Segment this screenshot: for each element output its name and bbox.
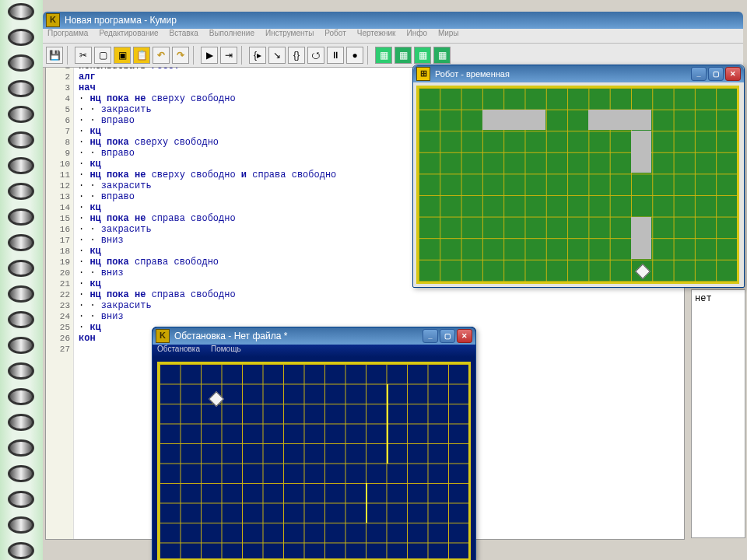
step-out-icon[interactable]: {}: [288, 47, 305, 64]
grid3-icon[interactable]: ▦: [414, 47, 431, 64]
notebook-binding: [0, 0, 43, 560]
menu-Программа[interactable]: Программа: [47, 29, 88, 43]
obst-titlebar[interactable]: K Обстановка - Нет файла * _ ▢ ✕: [153, 327, 475, 345]
copy-icon[interactable]: ▣: [114, 47, 131, 64]
step-into-icon[interactable]: ↘: [268, 47, 286, 64]
output-panel: нет: [691, 289, 745, 538]
obstanovka-window[interactable]: K Обстановка - Нет файла * _ ▢ ✕ Обстано…: [152, 327, 476, 560]
obst-maximize-icon[interactable]: ▢: [440, 329, 455, 343]
grid4-icon[interactable]: ▦: [433, 47, 451, 64]
menu-Инструменты[interactable]: Инструменты: [265, 29, 314, 43]
cut-icon[interactable]: ✂: [75, 47, 92, 64]
robot-wall: [631, 217, 651, 259]
robot-window[interactable]: ⊞ Робот - временная _ ▢ ✕: [412, 65, 745, 288]
robot-wall: [588, 110, 651, 131]
obst-title: Обстановка - Нет файла *: [174, 331, 287, 341]
main-titlebar: K Новая программа - Кумир: [43, 12, 743, 29]
obst-minimize-icon[interactable]: _: [423, 329, 438, 343]
menu-Редактирование[interactable]: Редактирование: [99, 29, 158, 43]
robot-wall: [631, 131, 651, 173]
menu-Выполнение[interactable]: Выполнение: [209, 29, 254, 43]
robot-wall: [482, 110, 545, 131]
menu-Вставка[interactable]: Вставка: [170, 29, 198, 43]
redo-icon[interactable]: ↷: [172, 47, 189, 64]
obst-menubar[interactable]: ОбстановкаПомощь: [153, 345, 475, 357]
run-icon[interactable]: ▶: [201, 47, 218, 64]
main-window: K Новая программа - Кумир ПрограммаРедак…: [43, 12, 743, 55]
line-gutter: 1234567891011121314151617181920212223242…: [46, 61, 74, 539]
minimize-icon[interactable]: _: [691, 67, 707, 81]
main-title: Новая программа - Кумир: [65, 15, 177, 26]
step-icon[interactable]: ⇥: [220, 47, 237, 64]
robot-grid: [419, 88, 737, 282]
robot-field[interactable]: [416, 86, 739, 284]
pause-icon[interactable]: ⏸: [327, 47, 344, 64]
step-over-icon[interactable]: {▸: [249, 47, 266, 64]
app-icon: K: [46, 13, 60, 27]
obst-grid: [160, 364, 468, 558]
menu-Миры[interactable]: Миры: [438, 29, 459, 43]
maximize-icon[interactable]: ▢: [708, 67, 724, 81]
code-area[interactable]: использовать Роботалгнач· нц пока не све…: [79, 61, 336, 355]
menu-Робот[interactable]: Робот: [324, 29, 345, 43]
new-icon[interactable]: ▢: [94, 47, 111, 64]
menu-Инфо[interactable]: Инфо: [406, 29, 427, 43]
obst-wall: [366, 483, 367, 523]
menubar[interactable]: ПрограммаРедактированиеВставкаВыполнение…: [43, 29, 743, 44]
reset-icon[interactable]: ●: [346, 47, 363, 64]
obst-field[interactable]: [157, 362, 471, 560]
grid2-icon[interactable]: ▦: [395, 47, 412, 64]
paste-icon[interactable]: 📋: [133, 47, 150, 64]
obst-menu-Помощь[interactable]: Помощь: [211, 345, 241, 357]
save-icon[interactable]: 💾: [46, 47, 63, 64]
output-text: нет: [695, 293, 712, 304]
stop-icon[interactable]: ⭯: [307, 47, 324, 64]
robot-app-icon: ⊞: [416, 67, 430, 81]
obst-close-icon[interactable]: ✕: [457, 329, 472, 343]
undo-icon[interactable]: ↶: [153, 47, 170, 64]
robot-titlebar[interactable]: ⊞ Робот - временная _ ▢ ✕: [413, 65, 744, 82]
grid1-icon[interactable]: ▦: [375, 47, 392, 64]
obst-menu-Обстановка[interactable]: Обстановка: [157, 345, 200, 357]
close-icon[interactable]: ✕: [725, 67, 741, 81]
obst-app-icon: K: [156, 329, 170, 343]
robot-title: Робот - временная: [435, 69, 510, 79]
menu-Чертежник[interactable]: Чертежник: [357, 29, 396, 43]
obst-wall: [387, 384, 388, 464]
